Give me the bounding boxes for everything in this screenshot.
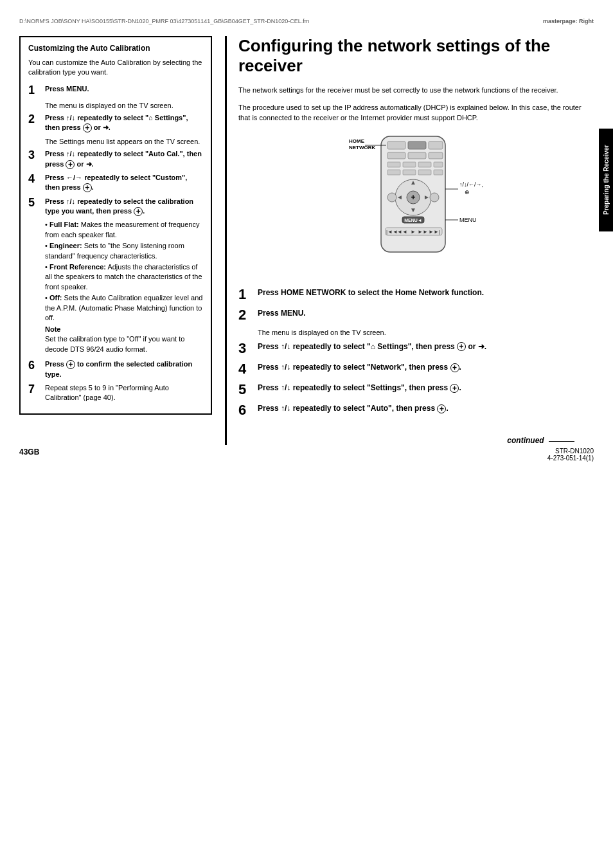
- product-code: 4-273-051-14(1): [547, 455, 594, 462]
- svg-text:◄◄: ◄◄: [397, 229, 407, 235]
- right-step-5-num: 5: [238, 382, 255, 397]
- bullet-off: • Off: Sets the Auto Calibration equaliz…: [45, 293, 203, 323]
- right-step-5-content: Press ↑/↓ repeatedly to select "Settings…: [258, 382, 594, 393]
- svg-text:⊕: ⊕: [465, 189, 470, 195]
- right-step-4-content: Press ↑/↓ repeatedly to select "Network"…: [258, 361, 594, 373]
- remote-svg: + ▲ ▼ ◄ ► MENU◄ |◄◄ ◄◄: [346, 130, 487, 278]
- right-step-3-content: Press ↑/↓ repeatedly to select "⌂ Settin…: [258, 341, 594, 352]
- svg-text:|◄◄: |◄◄: [386, 229, 398, 235]
- svg-text:►►|: ►►|: [429, 229, 440, 235]
- model-info: STR-DN1020 4-273-051-14(1): [547, 448, 594, 462]
- right-step-2: 2 Press MENU.: [238, 307, 594, 323]
- step-4: 4 Press ←/→ repeatedly to select "Custom…: [28, 173, 203, 193]
- svg-text:►►: ►►: [418, 229, 428, 235]
- right-step-3-text: Press ↑/↓ repeatedly to select "⌂ Settin…: [258, 342, 486, 351]
- right-step-3-num: 3: [238, 341, 255, 356]
- step-4-content: Press ←/→ repeatedly to select "Custom",…: [45, 173, 203, 193]
- step-2-content: Press ↑/↓ repeatedly to select "⌂ Settin…: [45, 113, 203, 133]
- continued-area: continued: [233, 423, 594, 445]
- left-column: Customizing the Auto Calibration You can…: [19, 36, 225, 445]
- step-6-num: 6: [28, 359, 42, 372]
- right-step-2-text: Press MENU.: [258, 309, 306, 318]
- svg-text:▲: ▲: [410, 179, 416, 186]
- right-desc-2: The procedure used to set up the IP addr…: [233, 102, 594, 123]
- right-step-2-sub: The menu is displayed on the TV screen.: [258, 328, 594, 338]
- step-1: 1 Press MENU.: [28, 84, 203, 97]
- file-path: D:\NORM'S JOB\SONY HA\SO0155\STR-DN1020_…: [19, 18, 309, 24]
- right-step-1-text: Press HOME NETWORK to select the Home Ne…: [258, 288, 484, 297]
- svg-text:NETWORK: NETWORK: [349, 145, 376, 150]
- right-step-5-text: Press ↑/↓ repeatedly to select "Settings…: [258, 383, 461, 392]
- right-step-4-num: 4: [238, 361, 255, 377]
- step-2-sub: The Settings menu list appears on the TV…: [45, 137, 203, 147]
- svg-rect-9: [418, 162, 431, 167]
- r-circle-plus-5: +: [450, 384, 459, 393]
- step-1-text: Press MENU.: [45, 85, 89, 93]
- sidebar-tab-label: Preparing the Receiver: [603, 145, 610, 215]
- circle-plus-icon-5: +: [134, 207, 143, 216]
- svg-rect-10: [434, 162, 443, 167]
- svg-text:►: ►: [411, 229, 416, 235]
- right-step-6-text: Press ↑/↓ repeatedly to select "Auto", t…: [258, 404, 449, 413]
- svg-text:▼: ▼: [410, 206, 416, 213]
- svg-text:►: ►: [423, 194, 430, 201]
- note-title: Note: [45, 325, 203, 333]
- right-step-5: 5 Press ↑/↓ repeatedly to select "Settin…: [238, 382, 594, 397]
- circle-plus-icon: +: [83, 123, 92, 132]
- page-bottom: 43GB STR-DN1020 4-273-051-14(1): [0, 445, 613, 464]
- svg-rect-12: [403, 170, 416, 175]
- svg-point-23: [430, 193, 439, 202]
- svg-text:HOME: HOME: [349, 138, 365, 144]
- continued-line-decoration: [549, 441, 574, 442]
- bullet-engineer: • Engineer: Sets to "the Sony listening …: [45, 241, 203, 261]
- step-6: 6 Press + to confirm the selected calibr…: [28, 359, 203, 379]
- customizing-title: Customizing the Auto Calibration: [28, 44, 203, 53]
- note-text: Set the calibration type to "Off" if you…: [45, 334, 203, 354]
- right-step-1-num: 1: [238, 287, 255, 302]
- step-5-bullets: • Full Flat: Makes the measurement of fr…: [45, 220, 203, 323]
- svg-rect-4: [387, 152, 405, 159]
- model-name: STR-DN1020: [547, 448, 594, 455]
- r-circle-plus-6: +: [437, 404, 446, 413]
- step-2-text: Press ↑/↓ repeatedly to select "⌂ Settin…: [45, 114, 188, 131]
- svg-rect-11: [387, 170, 400, 175]
- bullet-front-ref: • Front Reference: Adjusts the character…: [45, 262, 203, 292]
- step-7: 7 Repeat steps 5 to 9 in "Performing Aut…: [28, 383, 203, 403]
- svg-rect-2: [408, 141, 426, 149]
- circle-plus-icon-6: +: [66, 360, 75, 369]
- masterpage: masterpage: Right: [543, 18, 594, 24]
- right-step-6-num: 6: [238, 402, 255, 418]
- right-step-6: 6 Press ↑/↓ repeatedly to select "Auto",…: [238, 402, 594, 418]
- remote-diagram: + ▲ ▼ ◄ ► MENU◄ |◄◄ ◄◄: [233, 130, 594, 278]
- step-1-num: 1: [28, 84, 42, 97]
- step-7-text: Repeat steps 5 to 9 in "Performing Auto …: [45, 384, 169, 401]
- customizing-box: Customizing the Auto Calibration You can…: [19, 36, 212, 415]
- page-number: 43GB: [19, 448, 39, 462]
- customizing-desc: You can customize the Auto Calibration b…: [28, 58, 203, 78]
- right-title: Configuring the network settings of the …: [233, 36, 594, 76]
- right-step-2-content: Press MENU.: [258, 307, 594, 319]
- svg-rect-7: [387, 162, 400, 167]
- svg-rect-5: [408, 152, 426, 159]
- step-7-content: Repeat steps 5 to 9 in "Performing Auto …: [45, 383, 203, 403]
- right-column: Configuring the network settings of the …: [225, 36, 594, 445]
- step-1-sub: The menu is displayed on the TV screen.: [45, 101, 203, 111]
- step-5: 5 Press ↑/↓ repeatedly to select the cal…: [28, 197, 203, 217]
- note-section: Note Set the calibration type to "Off" i…: [45, 325, 203, 354]
- svg-text:+: +: [411, 193, 415, 202]
- svg-rect-8: [403, 162, 416, 167]
- svg-rect-13: [418, 170, 431, 175]
- circle-plus-icon-4: +: [83, 183, 92, 192]
- svg-text:MENU◄: MENU◄: [404, 218, 422, 222]
- svg-rect-14: [434, 170, 443, 175]
- step-3-text: Press ↑/↓ repeatedly to select "Auto Cal…: [45, 150, 202, 167]
- step-3: 3 Press ↑/↓ repeatedly to select "Auto C…: [28, 149, 203, 169]
- bullet-full-flat: • Full Flat: Makes the measurement of fr…: [45, 220, 203, 240]
- page-wrapper: D:\NORM'S JOB\SONY HA\SO0155\STR-DN1020_…: [0, 0, 613, 868]
- step-3-content: Press ↑/↓ repeatedly to select "Auto Cal…: [45, 149, 203, 169]
- r-circle-plus-4: +: [450, 363, 459, 372]
- right-step-3: 3 Press ↑/↓ repeatedly to select "⌂ Sett…: [238, 341, 594, 356]
- right-desc-1: The network settings for the receiver mu…: [233, 85, 594, 96]
- svg-text:◄: ◄: [396, 194, 403, 201]
- circle-plus-icon-3: +: [66, 160, 75, 169]
